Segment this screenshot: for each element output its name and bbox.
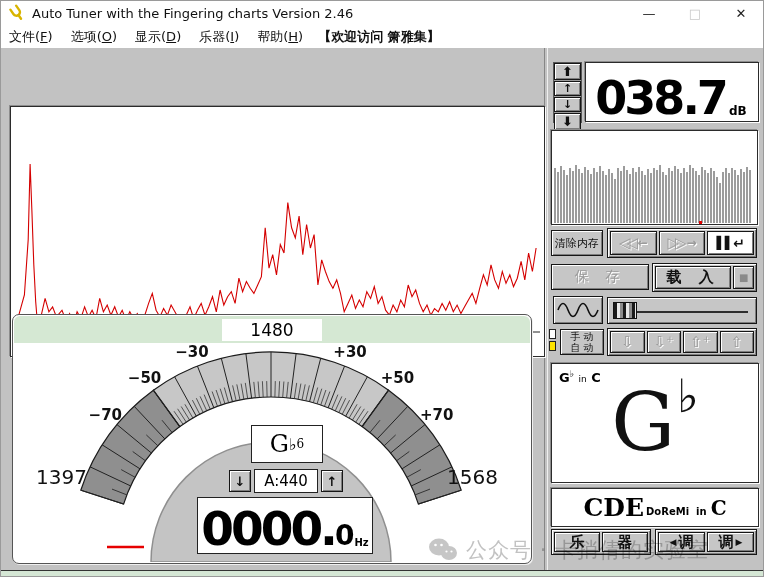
meter-bar bbox=[572, 171, 574, 223]
meter-bar bbox=[626, 170, 628, 223]
meter-bar bbox=[575, 165, 577, 223]
menu-item[interactable]: 文件(F) bbox=[0, 28, 62, 46]
menu-item[interactable]: 选项(O) bbox=[62, 28, 126, 46]
meter-bar bbox=[608, 169, 610, 223]
meter-bar bbox=[728, 173, 730, 223]
meter-bar bbox=[722, 172, 724, 223]
rewind-button[interactable]: ◁◁← bbox=[610, 231, 657, 255]
meter-bar bbox=[677, 169, 679, 223]
upper-semitone-frequency: 1568 bbox=[447, 465, 498, 489]
solfege-panel: CDE DoReMi in C bbox=[551, 488, 759, 527]
menu-item[interactable]: 乐器(I) bbox=[190, 28, 248, 46]
frequency-slider[interactable] bbox=[610, 300, 754, 321]
note-letter: G bbox=[270, 430, 289, 458]
key-down-button[interactable]: ◀调 bbox=[658, 532, 705, 552]
meter-bar bbox=[635, 172, 637, 223]
meter-bar bbox=[710, 168, 712, 223]
right-triangle-icon: ▶ bbox=[736, 537, 743, 547]
frequency-display: 0000.0Hz bbox=[197, 497, 373, 554]
instrument-button-2[interactable]: 器 bbox=[602, 532, 648, 552]
stop-square-button[interactable]: ■ bbox=[733, 266, 754, 289]
meter-bar bbox=[569, 168, 571, 223]
save-button[interactable]: 保 存 bbox=[551, 264, 649, 290]
meter-bar bbox=[590, 174, 592, 223]
memory-level-meter bbox=[551, 130, 758, 225]
pitch-shift-group: ⇩ ⇩⁺ ⇧⁺ ⇧ bbox=[607, 328, 757, 356]
meter-bar bbox=[632, 168, 634, 223]
reference-down-button[interactable]: ↓ bbox=[229, 470, 251, 492]
meter-bar bbox=[656, 170, 658, 223]
window-controls: — □ ✕ bbox=[626, 0, 764, 26]
meter-bar bbox=[731, 168, 733, 223]
window-bottom-edge bbox=[0, 570, 764, 577]
meter-bar bbox=[707, 173, 709, 223]
menu-item[interactable]: 帮助(H) bbox=[248, 28, 312, 46]
gain-down-fast-button[interactable]: ⬇ bbox=[554, 113, 581, 130]
meter-bar bbox=[680, 173, 682, 223]
menu-item[interactable]: 显示(D) bbox=[126, 28, 190, 46]
reference-up-button[interactable]: ↑ bbox=[321, 470, 343, 492]
window-title: Auto Tuner with the Fingering charts Ver… bbox=[32, 6, 353, 21]
tuner-gauge-panel: 1480 −70−50−30+30+50+70 1397 1568 G♭6 ↓ … bbox=[12, 314, 532, 564]
gain-up-button[interactable]: ↑ bbox=[554, 81, 581, 96]
menu-bar: 文件(F)选项(O)显示(D)乐器(I)帮助(H)【欢迎访问 箫雅集】 bbox=[0, 26, 764, 49]
meter-bar bbox=[692, 168, 694, 223]
manual-auto-toggle[interactable]: 手 动 自 动 bbox=[560, 329, 604, 355]
meter-bar bbox=[617, 168, 619, 223]
pitch-down-plus-button[interactable]: ⇩⁺ bbox=[647, 331, 682, 353]
pause-button[interactable]: ▌▌↵ bbox=[707, 231, 754, 255]
meter-bar bbox=[725, 168, 727, 223]
sine-generator-button[interactable] bbox=[553, 296, 603, 324]
meter-bar bbox=[662, 172, 664, 223]
maximize-button[interactable]: □ bbox=[672, 0, 718, 26]
meter-bar bbox=[683, 168, 685, 223]
load-button[interactable]: 载 入 bbox=[655, 266, 731, 289]
svg-text:+30: +30 bbox=[333, 343, 366, 361]
cde-label: CDE bbox=[583, 493, 644, 522]
left-triangle-icon: ◀ bbox=[670, 537, 677, 547]
svg-text:−50: −50 bbox=[128, 369, 161, 387]
pitch-down-button[interactable]: ⇩ bbox=[610, 331, 645, 353]
meter-bar bbox=[563, 170, 565, 223]
meter-bar bbox=[593, 168, 595, 223]
instrument-button-1[interactable]: 乐 bbox=[554, 532, 600, 552]
meter-bar bbox=[650, 173, 652, 223]
main-area: 0.5KHz1.01.52.02.5 1480 −70−50−30+30+50+… bbox=[0, 48, 764, 570]
meter-position-marker bbox=[699, 221, 702, 224]
db-level-display: 038.7 dB bbox=[585, 62, 759, 122]
meter-bar bbox=[686, 172, 688, 223]
key-up-button[interactable]: 调▶ bbox=[707, 532, 754, 552]
gain-down-button[interactable]: ↓ bbox=[554, 97, 581, 112]
key-change-group: ◀调 调▶ bbox=[655, 529, 757, 555]
meter-bar bbox=[614, 179, 616, 223]
pitch-up-plus-button[interactable]: ⇧⁺ bbox=[683, 331, 718, 353]
meter-bar bbox=[596, 172, 598, 223]
meter-bar bbox=[599, 166, 601, 223]
svg-text:−70: −70 bbox=[89, 406, 122, 424]
gain-arrow-stack: ⬆ ↑ ↓ ⬇ bbox=[553, 62, 582, 123]
clear-memory-button[interactable]: 清除内存 bbox=[551, 230, 603, 256]
transport-group: ◁◁← ▷▷→ ▌▌↵ bbox=[607, 228, 757, 258]
close-button[interactable]: ✕ bbox=[718, 0, 764, 26]
title-bar: Auto Tuner with the Fingering charts Ver… bbox=[0, 0, 764, 26]
meter-bar bbox=[746, 167, 748, 223]
slider-handle[interactable] bbox=[613, 302, 637, 319]
forward-button[interactable]: ▷▷→ bbox=[659, 231, 706, 255]
menu-welcome-text[interactable]: 【欢迎访问 箫雅集】 bbox=[312, 28, 446, 46]
db-unit: dB bbox=[729, 104, 747, 118]
frequency-decimal: 0 bbox=[335, 522, 354, 550]
gain-up-fast-button[interactable]: ⬆ bbox=[554, 63, 581, 80]
meter-bar bbox=[719, 183, 721, 223]
meter-bar bbox=[554, 168, 556, 223]
meter-bar bbox=[653, 168, 655, 223]
meter-bar bbox=[749, 170, 751, 223]
meter-bar bbox=[647, 169, 649, 223]
svg-text:−30: −30 bbox=[175, 343, 208, 361]
pitch-up-button[interactable]: ⇧ bbox=[720, 331, 755, 353]
meter-bar bbox=[644, 175, 646, 223]
reference-pitch-row: ↓ A:440 ↑ bbox=[229, 469, 343, 493]
meter-bar bbox=[623, 166, 625, 223]
minimize-button[interactable]: — bbox=[626, 0, 672, 26]
meter-bar bbox=[704, 170, 706, 223]
meter-bar bbox=[698, 175, 700, 223]
